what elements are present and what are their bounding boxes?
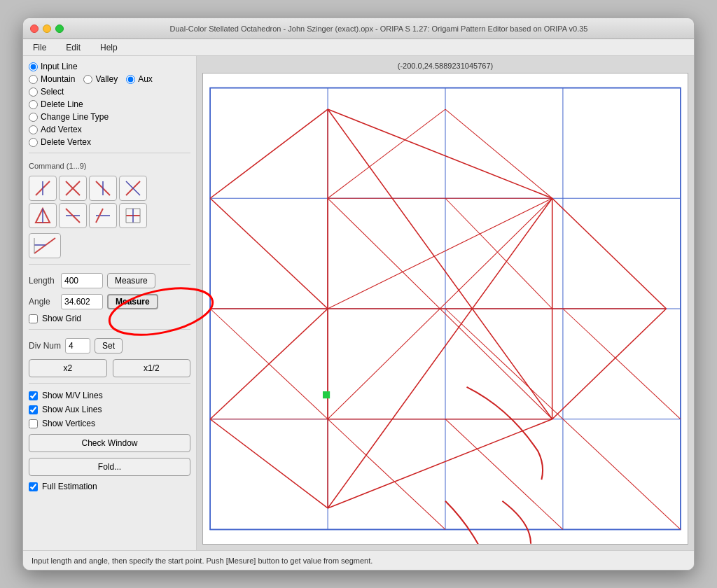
show-mv-checkbox[interactable]: [29, 391, 38, 400]
add-vertex-label: Add Vertex: [41, 125, 82, 134]
cmd-btn-special[interactable]: [29, 233, 61, 258]
command-grid: [29, 176, 190, 228]
angle-label: Angle: [29, 297, 57, 307]
input-line-option[interactable]: Input Line: [29, 62, 190, 71]
div-num-row: Div Num Set: [29, 338, 190, 354]
multiplier-row: x2 x1/2: [29, 359, 190, 377]
mountain-option[interactable]: Mountain: [29, 74, 75, 84]
input-line-label: Input Line: [41, 62, 78, 71]
status-bar: Input length and angle, then specify the…: [23, 550, 694, 570]
menu-edit[interactable]: Edit: [62, 41, 85, 54]
cmd-btn-1[interactable]: [29, 176, 57, 201]
show-mv-row[interactable]: Show M/V Lines: [29, 391, 190, 400]
change-line-type-option[interactable]: Change Line Type: [29, 112, 190, 122]
minimize-button[interactable]: [43, 24, 51, 33]
length-label: Length: [29, 276, 57, 286]
measure-length-button[interactable]: Measure: [107, 273, 155, 288]
full-estimation-checkbox[interactable]: [29, 482, 38, 491]
div-num-label: Div Num: [29, 341, 61, 351]
angle-input[interactable]: [61, 294, 103, 309]
window-title: Dual-Color Stellated Octahedron - John S…: [71, 24, 687, 33]
cmd-btn-3[interactable]: [89, 176, 117, 201]
change-line-type-radio[interactable]: [29, 113, 38, 122]
coord-display: (-200.0,24.5889231045767): [202, 62, 688, 70]
cmd-btn-4[interactable]: [119, 176, 147, 201]
canvas-area: (-200.0,24.5889231045767): [197, 56, 694, 550]
status-text: Input length and angle, then specify the…: [32, 556, 373, 565]
show-mv-label: Show M/V Lines: [42, 391, 103, 400]
command-label: Command (1...9): [29, 162, 190, 170]
change-line-type-label: Change Line Type: [41, 112, 109, 122]
fold-button[interactable]: Fold...: [29, 458, 190, 476]
cmd-btn-5[interactable]: [29, 203, 57, 228]
valley-option[interactable]: Valley: [83, 74, 118, 84]
check-window-button[interactable]: Check Window: [29, 434, 190, 452]
show-vertices-checkbox[interactable]: [29, 419, 38, 428]
show-vertices-row[interactable]: Show Vertices: [29, 419, 190, 428]
show-grid-label: Show Grid: [42, 314, 81, 323]
cmd-btn-7[interactable]: [89, 203, 117, 228]
cmd-btn-8[interactable]: [119, 203, 147, 228]
add-vertex-option[interactable]: Add Vertex: [29, 125, 190, 134]
cmd-btn-2[interactable]: [59, 176, 87, 201]
line-type-group: Mountain Valley Aux: [29, 74, 190, 84]
show-aux-row[interactable]: Show Aux Lines: [29, 405, 190, 414]
add-vertex-radio[interactable]: [29, 125, 38, 134]
show-grid-checkbox[interactable]: [29, 314, 38, 323]
x2-button[interactable]: x2: [29, 359, 107, 377]
content-area: Input Line Mountain Valley Aux: [23, 56, 694, 550]
set-button[interactable]: Set: [95, 338, 123, 354]
valley-radio[interactable]: [83, 75, 92, 84]
delete-vertex-option[interactable]: Delete Vertex: [29, 137, 190, 147]
menu-help[interactable]: Help: [96, 41, 122, 54]
svg-line-17: [34, 238, 55, 253]
x1-2-button[interactable]: x1/2: [113, 359, 191, 377]
length-input[interactable]: [61, 273, 103, 288]
input-line-radio[interactable]: [29, 62, 38, 71]
title-bar: Dual-Color Stellated Octahedron - John S…: [23, 18, 694, 39]
mountain-radio[interactable]: [29, 75, 38, 84]
aux-radio[interactable]: [126, 75, 135, 84]
delete-line-label: Delete Line: [41, 99, 83, 109]
menu-bar: File Edit Help: [23, 39, 694, 56]
menu-file[interactable]: File: [29, 41, 50, 54]
show-vertices-label: Show Vertices: [42, 419, 95, 428]
delete-line-radio[interactable]: [29, 100, 38, 109]
cmd-btn-6[interactable]: [59, 203, 87, 228]
sidebar: Input Line Mountain Valley Aux: [23, 56, 197, 550]
valley-label: Valley: [95, 74, 118, 84]
aux-label: Aux: [138, 74, 153, 84]
show-aux-label: Show Aux Lines: [42, 405, 102, 414]
main-window: Dual-Color Stellated Octahedron - John S…: [22, 18, 695, 570]
traffic-lights: [30, 24, 64, 33]
div-num-input[interactable]: [65, 338, 90, 354]
full-estimation-row[interactable]: Full Estimation: [29, 482, 190, 491]
close-button[interactable]: [30, 24, 39, 33]
aux-option[interactable]: Aux: [126, 74, 153, 84]
delete-line-option[interactable]: Delete Line: [29, 99, 190, 109]
show-aux-checkbox[interactable]: [29, 405, 38, 414]
maximize-button[interactable]: [55, 24, 64, 33]
length-row: Length Measure: [29, 273, 190, 288]
angle-row: Angle Measure: [29, 294, 190, 309]
svg-rect-53: [323, 391, 330, 398]
delete-vertex-radio[interactable]: [29, 138, 38, 147]
drawing-canvas[interactable]: [202, 73, 688, 545]
select-label: Select: [41, 87, 64, 97]
show-grid-row[interactable]: Show Grid: [29, 314, 190, 323]
select-radio[interactable]: [29, 88, 38, 97]
mountain-label: Mountain: [41, 74, 75, 84]
select-option[interactable]: Select: [29, 87, 190, 97]
delete-vertex-label: Delete Vertex: [41, 137, 91, 147]
measure-angle-button[interactable]: Measure: [107, 294, 158, 309]
full-estimation-label: Full Estimation: [42, 482, 97, 491]
